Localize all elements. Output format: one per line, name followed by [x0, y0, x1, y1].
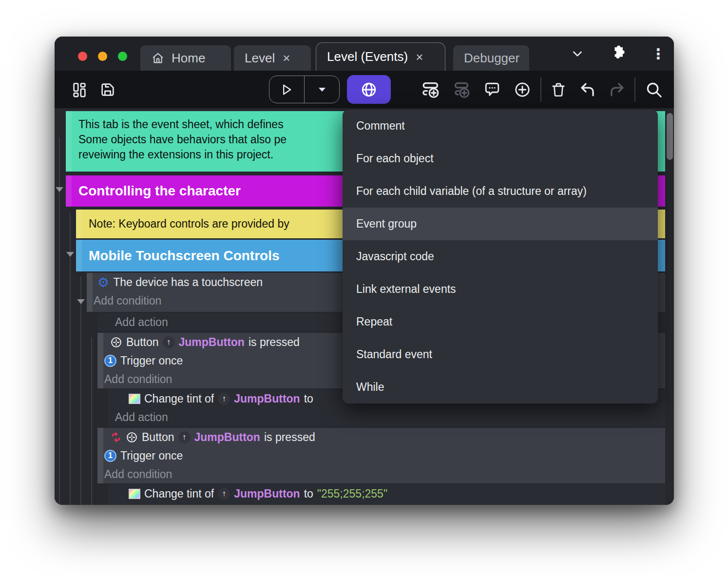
row-handle[interactable]	[76, 210, 82, 238]
menu-item-label: For each child variable (of a structure …	[356, 185, 587, 198]
gamepad-icon	[126, 431, 138, 443]
tab-debugger[interactable]: Debugger	[453, 45, 529, 71]
play-options-dropdown[interactable]	[305, 76, 339, 103]
tint-color-icon	[129, 489, 140, 499]
preview-over-network-button[interactable]	[347, 75, 391, 104]
add-action-button[interactable]: Add action	[115, 503, 665, 505]
up-arrow-badge-icon: ↑	[218, 393, 230, 405]
object-name: JumpButton	[194, 431, 260, 444]
tab-level-close-icon[interactable]: ×	[282, 52, 291, 64]
tab-level[interactable]: Level ×	[234, 45, 311, 71]
toolbar-separator	[540, 77, 541, 102]
tree-line	[59, 137, 60, 505]
menu-item-label: Event group	[356, 217, 417, 230]
add-event-icon[interactable]	[420, 71, 442, 108]
chevron-down-icon[interactable]	[570, 47, 585, 60]
menu-item-while[interactable]: While	[343, 371, 658, 403]
menu-item-javascript-code[interactable]: Javascript code	[343, 240, 658, 273]
search-icon[interactable]	[642, 71, 666, 108]
redo-icon[interactable]	[605, 71, 629, 108]
home-icon	[151, 51, 165, 65]
object-name: JumpButton	[234, 392, 300, 405]
undo-icon[interactable]	[576, 71, 599, 108]
menu-item-event-group[interactable]: Event group	[343, 208, 658, 240]
menu-item-for-each-child-variable[interactable]: For each child variable (of a structure …	[343, 175, 658, 208]
condition-text: Trigger once	[120, 354, 183, 367]
tab-debugger-label: Debugger	[464, 51, 519, 66]
add-subevent-icon[interactable]	[450, 71, 473, 108]
kebab-menu-icon[interactable]: ⋮	[651, 45, 666, 62]
add-action-button[interactable]: Add action	[115, 408, 665, 426]
tab-level-events[interactable]: Level (Events) ×	[316, 42, 445, 71]
gear-icon: ⚙	[97, 276, 109, 289]
minimize-window-button[interactable]	[98, 52, 107, 61]
screenshot-stage: Home Level × Level (Events) × Debugger	[0, 0, 728, 576]
layout-panels-icon[interactable]	[69, 71, 90, 108]
tint-color-icon	[129, 394, 140, 404]
title-bar: Home Level × Level (Events) × Debugger	[55, 37, 674, 71]
condition-text: is pressed	[264, 431, 315, 444]
object-name: JumpButton	[234, 487, 300, 500]
tab-level-events-close-icon[interactable]: ×	[415, 51, 424, 63]
delete-icon[interactable]	[548, 71, 569, 108]
menu-item-label: For each object	[356, 152, 434, 165]
add-action-label: Add action	[115, 411, 168, 424]
menu-item-label: Standard event	[356, 348, 432, 361]
menu-item-repeat[interactable]: Repeat	[343, 306, 658, 338]
action-text: Change tint of	[144, 392, 214, 405]
menu-item-link-external-events[interactable]: Link external events	[343, 273, 658, 306]
toolbar-separator	[634, 77, 635, 102]
vertical-scrollbar-thumb[interactable]	[667, 113, 673, 160]
row-handle[interactable]	[76, 240, 82, 271]
trigger-once-icon: 1	[104, 450, 116, 462]
condition-text: is pressed	[249, 336, 300, 349]
add-condition-button[interactable]: Add condition	[104, 465, 665, 483]
group-title: Controlling the character	[78, 183, 241, 199]
app-window: Home Level × Level (Events) × Debugger	[55, 37, 674, 505]
add-event-context-menu: Comment For each object For each child v…	[343, 110, 658, 403]
menu-item-comment[interactable]: Comment	[343, 110, 658, 142]
condition-text: Button	[126, 336, 159, 349]
play-split-button	[269, 76, 340, 103]
tab-level-events-label: Level (Events)	[327, 49, 408, 64]
action-text: to	[304, 392, 313, 405]
circle-plus-icon[interactable]	[512, 71, 533, 108]
tree-line	[80, 276, 81, 505]
extensions-puzzle-icon[interactable]	[608, 44, 626, 62]
collapse-arrow-icon[interactable]	[66, 252, 74, 257]
collapse-arrow-icon[interactable]	[77, 299, 85, 304]
row-handle[interactable]	[97, 428, 103, 483]
trigger-once-icon: 1	[104, 355, 116, 367]
toolbar	[55, 71, 674, 108]
menu-item-label: Repeat	[356, 315, 392, 328]
condition-text: Button	[142, 431, 174, 444]
add-condition-label: Add condition	[104, 373, 172, 386]
save-icon[interactable]	[97, 71, 118, 108]
condition-text: Trigger once	[120, 449, 183, 462]
row-handle[interactable]	[97, 333, 103, 388]
row-handle[interactable]	[66, 111, 72, 172]
menu-item-standard-event[interactable]: Standard event	[343, 338, 658, 371]
zoom-window-button[interactable]	[118, 52, 127, 61]
event-jumpbutton-not-pressed[interactable]: Button ↑ JumpButton is pressed 1 Trigger…	[97, 428, 665, 483]
add-condition-label: Add condition	[104, 468, 172, 481]
play-button[interactable]	[269, 76, 304, 103]
action-change-tint-white[interactable]: Change tint of ↑ JumpButton to "255;255;…	[108, 484, 665, 505]
tab-level-label: Level	[245, 51, 275, 66]
gamepad-icon	[110, 336, 122, 348]
menu-item-label: Comment	[356, 119, 405, 133]
collapse-arrow-icon[interactable]	[56, 187, 63, 192]
up-arrow-badge-icon: ↑	[218, 488, 230, 500]
add-comment-icon[interactable]	[481, 71, 503, 108]
close-window-button[interactable]	[78, 52, 87, 61]
tab-home[interactable]: Home	[140, 45, 231, 71]
tree-line	[91, 337, 92, 505]
menu-item-label: Link external events	[356, 283, 456, 296]
condition-text: The device has a touchscreen	[113, 276, 263, 289]
row-handle[interactable]	[87, 273, 93, 312]
group-title: Mobile Touchscreen Controls	[89, 248, 280, 264]
menu-item-for-each-object[interactable]: For each object	[343, 142, 658, 175]
tint-value: "255;255;255"	[317, 487, 387, 500]
tab-home-label: Home	[172, 51, 205, 66]
row-handle[interactable]	[66, 175, 72, 207]
